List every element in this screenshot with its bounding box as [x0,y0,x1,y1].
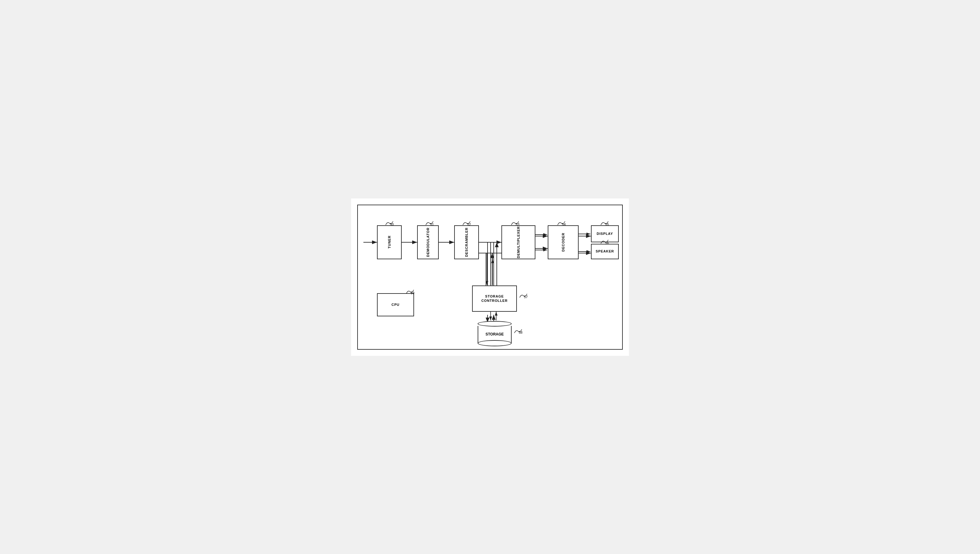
ref-storage-controller: 57 [519,293,530,299]
descrambler-label: DESCRAMBLER [465,228,468,257]
svg-text:54: 54 [562,223,566,226]
ref-display: 55 [600,221,609,227]
storage-cylinder: STORAGE [478,321,512,343]
storage-label: STORAGE [478,332,511,336]
svg-text:55: 55 [605,223,609,226]
demodulator-block: DEMODULATOR [417,225,439,259]
decoder-block: DECODER [548,225,578,259]
svg-text:56: 56 [605,241,609,245]
demultiplexer-block: DEMULTIPLEXER [502,225,535,259]
decoder-label: DECODER [561,233,565,252]
cpu-block: CPU [377,293,414,316]
ref-demultiplexer: 53 [511,221,520,227]
svg-text:53: 53 [516,223,519,226]
demodulator-label: DEMODULATOR [426,228,430,257]
svg-text:59: 59 [411,291,414,295]
svg-text:52: 52 [467,223,471,226]
speaker-block: SPEAKER [591,244,619,259]
tuner-label: TUNER [387,236,391,248]
svg-text:50: 50 [390,223,394,226]
cpu-label: CPU [392,302,400,307]
page: TUNER 50 DEMODULATOR 51 DESCRAMBLER 52 D… [351,199,629,356]
ref-tuner: 50 [385,221,394,227]
ref-descrambler: 52 [462,221,472,227]
svg-text:57: 57 [524,295,527,299]
ref-demodulator: 51 [425,221,434,227]
ref-storage: 58 [514,329,524,335]
diagram-container: TUNER 50 DEMODULATOR 51 DESCRAMBLER 52 D… [357,205,623,350]
speaker-label: SPEAKER [596,249,614,253]
tuner-block: TUNER [377,225,402,259]
storage-controller-label: STORAGECONTROLLER [481,294,508,303]
svg-text:51: 51 [430,223,434,226]
ref-cpu: 59 [406,289,416,295]
storage-controller-block: STORAGECONTROLLER [472,285,517,312]
descrambler-block: DESCRAMBLER [454,225,479,259]
svg-text:58: 58 [519,331,523,334]
display-label: DISPLAY [597,231,613,236]
demultiplexer-label: DEMULTIPLEXER [516,226,520,258]
ref-speaker: 56 [600,239,609,245]
ref-decoder: 54 [557,221,566,227]
